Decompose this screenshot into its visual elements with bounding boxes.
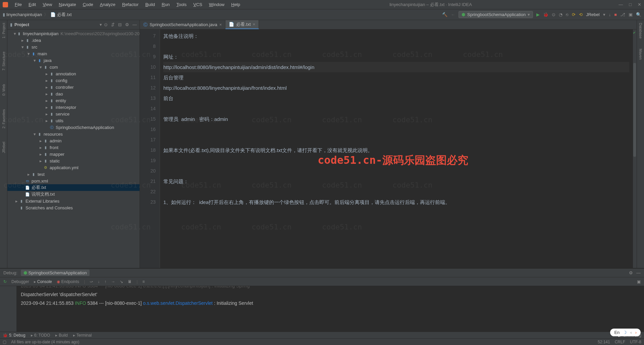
tree-item[interactable]: ▸▮annotation — [7, 70, 140, 77]
code-line[interactable]: 其他备注说明： — [163, 31, 629, 41]
tree-item[interactable]: ▸▮service — [7, 111, 140, 117]
arrow-right-icon[interactable]: › — [635, 330, 637, 335]
collapse-icon[interactable]: ⊟ — [118, 22, 122, 27]
ime-indicator[interactable]: En ☽ ‹ › — [610, 329, 641, 336]
step-out-icon[interactable]: ↑ — [104, 279, 106, 284]
menu-help[interactable]: Help — [228, 1, 243, 8]
close-tab-icon[interactable]: × — [219, 22, 222, 27]
locate-icon[interactable]: ⊙ — [104, 22, 108, 27]
bottom-tab-debug[interactable]: 🐞5: Debug — [3, 333, 25, 338]
bottom-tab-terminal[interactable]: ▸Terminal — [73, 333, 92, 338]
code-line[interactable] — [163, 41, 629, 52]
menu-run[interactable]: Run — [159, 1, 172, 8]
profile-icon[interactable]: ◔ — [559, 12, 562, 17]
project-tree[interactable]: ▾▮linyechanpintuijianK:\needProccess\202… — [7, 29, 140, 268]
vcs-update-icon[interactable]: ↓ — [609, 12, 611, 17]
tree-item[interactable]: ▮Scratches and Consoles — [7, 204, 140, 211]
console-output[interactable]: 2023-09-04 21:41:55.853 INFO 5384 --- [n… — [17, 286, 644, 332]
editor-tab[interactable]: ⒸSpringbootSchemaApplication.java× — [140, 20, 225, 29]
bottom-tab-todo[interactable]: ▸6: TODO — [31, 333, 50, 338]
debug-rerun-icon[interactable]: ↻ — [3, 279, 7, 284]
scrollbar-thumb[interactable] — [633, 63, 636, 157]
code-line[interactable] — [163, 155, 629, 166]
console-tab[interactable]: ▸Console — [34, 279, 52, 284]
layout-icon[interactable]: ▣ — [637, 279, 641, 284]
expand-icon[interactable]: ⇵ — [111, 22, 115, 27]
endpoints-tab[interactable]: ◉Endpoints — [57, 279, 79, 284]
debugger-tab[interactable]: Debugger — [11, 279, 29, 284]
right-tab-database[interactable]: Database — [639, 23, 643, 39]
tree-item[interactable]: ▸▮test — [7, 171, 140, 178]
bottom-tab-build[interactable]: ▸Build — [55, 333, 68, 338]
menu-navigate[interactable]: Navigate — [56, 1, 78, 8]
code-line[interactable]: http://localhost:8080/linyechanpintuijia… — [163, 62, 629, 72]
coverage-icon[interactable]: ⊙ — [552, 12, 555, 17]
menu-code[interactable]: Code — [80, 1, 96, 8]
breadcrumb-root[interactable]: ▮linyechanpintuijian — [3, 12, 42, 17]
settings-icon[interactable]: ⚙ — [125, 22, 129, 27]
tree-item[interactable]: ▾▮java — [7, 57, 140, 64]
tree-item[interactable]: ▸▮config — [7, 77, 140, 84]
line-separator[interactable]: CRLF — [615, 340, 625, 344]
menu-build[interactable]: Build — [143, 1, 158, 8]
tree-item[interactable]: ▾▮com — [7, 64, 140, 70]
maximize-icon[interactable]: □ — [629, 2, 632, 7]
tree-item[interactable]: ▸▮utils — [7, 117, 140, 124]
attach-icon[interactable]: ⎋ — [566, 12, 569, 17]
stop-icon[interactable]: ■ — [614, 12, 617, 17]
tree-item[interactable]: ▸▮admin — [7, 137, 140, 144]
menu-analyze[interactable]: Analyze — [97, 1, 118, 8]
step-icon[interactable]: → — [111, 279, 115, 284]
breadcrumb-file[interactable]: 📄必看.txt — [50, 12, 71, 18]
tree-item[interactable]: ▸▮entity — [7, 97, 140, 104]
left-tab-project[interactable]: 1: Project — [2, 23, 6, 38]
layout-icon[interactable]: ▣ — [629, 12, 633, 17]
tree-item[interactable]: 📄说明文档.txt — [7, 191, 140, 198]
code-line[interactable] — [163, 104, 629, 114]
code-line[interactable] — [163, 166, 629, 176]
tool-window-icon[interactable]: ▢ — [3, 340, 6, 344]
code-line[interactable]: http://localhost:8080/linyechanpintuijia… — [163, 83, 629, 93]
step-into-icon[interactable]: ↓ — [98, 279, 100, 284]
menu-edit[interactable]: Edit — [26, 1, 39, 8]
search-icon[interactable]: 🔍 — [636, 12, 641, 17]
debug-config[interactable]: ⬢ SpringbootSchemaApplication — [21, 270, 90, 276]
run-cursor-icon[interactable]: ↘ — [120, 279, 123, 284]
run-config-select[interactable]: ⬢ SpringbootSchemaApplication ▾ — [459, 11, 533, 18]
tree-item[interactable]: ▸▮.idea — [7, 37, 140, 44]
tree-item[interactable]: ▸▮External Libraries — [7, 198, 140, 204]
more-icon[interactable]: ≡ — [142, 279, 145, 284]
tree-item[interactable]: ⚙application.yml — [7, 164, 140, 171]
code-line[interactable]: 1、如何运行： idea打开后在右上角，有播放键的一个绿色按钮，点击即可。前后端… — [163, 197, 629, 207]
nav-back-icon[interactable]: ← — [451, 12, 455, 17]
tree-item[interactable]: ▾▮src — [7, 44, 140, 50]
evaluate-icon[interactable]: 🖩 — [128, 279, 132, 284]
tree-item[interactable]: ▸▮front — [7, 144, 140, 151]
code-line[interactable]: 管理员 admin 密码：admin — [163, 114, 629, 124]
code-line[interactable]: 网址： — [163, 52, 629, 62]
close-tab-icon[interactable]: × — [253, 22, 256, 27]
tree-item[interactable]: ▸▮interceptor — [7, 104, 140, 111]
git-icon[interactable]: ⎇ — [620, 12, 625, 17]
arrow-left-icon[interactable]: ‹ — [630, 330, 632, 335]
menu-vcs[interactable]: VCS — [191, 1, 205, 8]
menu-window[interactable]: Window — [206, 1, 227, 8]
left-tab-web[interactable]: 0: Web — [2, 84, 6, 96]
run-icon[interactable]: ▶ — [536, 12, 540, 17]
left-tab-jrebel[interactable]: JRebel — [2, 142, 6, 153]
editor-tab[interactable]: 📄必看.txt× — [225, 20, 259, 29]
code-line[interactable] — [163, 135, 629, 145]
close-icon[interactable]: ✕ — [638, 2, 641, 7]
tree-item[interactable]: ▸▮dao — [7, 90, 140, 97]
code-line[interactable] — [163, 124, 629, 135]
tree-item[interactable]: ▸▮static — [7, 157, 140, 164]
left-tab-favorites[interactable]: 2: Favorites — [2, 109, 6, 128]
scroll-marker[interactable]: ✔ — [633, 29, 637, 268]
build-icon[interactable]: 🔨 — [442, 12, 447, 17]
minimize-icon[interactable]: — — [619, 2, 623, 7]
code-line[interactable]: 如果本文件(必看.txt),同级目录文件夹下有说明文档.txt文件，请打开看下，… — [163, 145, 629, 155]
tree-item[interactable]: ▸▮mapper — [7, 151, 140, 157]
code-line[interactable] — [163, 187, 629, 197]
menu-file[interactable]: File — [12, 1, 24, 8]
tree-item[interactable]: ▾▮main — [7, 50, 140, 57]
